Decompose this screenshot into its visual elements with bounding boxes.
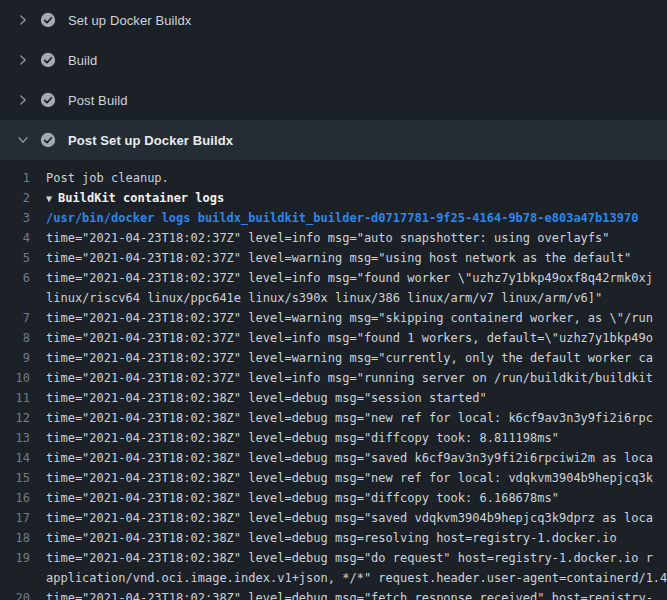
- line-number[interactable]: 15: [0, 471, 46, 485]
- workflow-log-viewer: Set up Docker Buildx Build Post Build Po…: [0, 0, 667, 600]
- log-text: time="2021-04-23T18:02:38Z" level=debug …: [46, 411, 667, 425]
- line-number[interactable]: 6: [0, 271, 46, 285]
- log-line: 19 time="2021-04-23T18:02:38Z" level=deb…: [0, 548, 667, 568]
- line-number[interactable]: 4: [0, 231, 46, 245]
- step-title: Post Set up Docker Buildx: [68, 133, 233, 148]
- log-text: time="2021-04-23T18:02:37Z" level=warnin…: [46, 311, 667, 325]
- line-number[interactable]: 1: [0, 171, 46, 185]
- log-text: time="2021-04-23T18:02:38Z" level=debug …: [46, 451, 667, 465]
- step-header[interactable]: Post Build: [0, 80, 667, 120]
- log-text: time="2021-04-23T18:02:37Z" level=info m…: [46, 371, 667, 385]
- log-line: 4 time="2021-04-23T18:02:37Z" level=info…: [0, 228, 667, 248]
- log-text: time="2021-04-23T18:02:38Z" level=debug …: [46, 591, 667, 600]
- log-line: application/vnd.oci.image.index.v1+json,…: [0, 568, 667, 588]
- check-circle-icon: [40, 132, 56, 148]
- step-header[interactable]: Post Set up Docker Buildx: [0, 120, 667, 160]
- step-header[interactable]: Set up Docker Buildx: [0, 0, 667, 40]
- line-number[interactable]: 18: [0, 531, 46, 545]
- line-number[interactable]: 8: [0, 331, 46, 345]
- step-title: Set up Docker Buildx: [68, 13, 191, 28]
- log-line: 11 time="2021-04-23T18:02:38Z" level=deb…: [0, 388, 667, 408]
- line-number[interactable]: 13: [0, 431, 46, 445]
- log-line: 3 /usr/bin/docker logs buildx_buildkit_b…: [0, 208, 667, 228]
- log-text: time="2021-04-23T18:02:38Z" level=debug …: [46, 491, 667, 505]
- log-line: 16 time="2021-04-23T18:02:38Z" level=deb…: [0, 488, 667, 508]
- log-line: 2 ▼ BuildKit container logs: [0, 188, 667, 208]
- step-title: Build: [68, 53, 97, 68]
- chevron-down-icon[interactable]: [14, 133, 32, 147]
- line-number[interactable]: 12: [0, 411, 46, 425]
- log-text: ▼ BuildKit container logs: [46, 191, 667, 205]
- line-number[interactable]: 16: [0, 491, 46, 505]
- log-line: 15 time="2021-04-23T18:02:38Z" level=deb…: [0, 468, 667, 488]
- log-text: application/vnd.oci.image.index.v1+json,…: [46, 571, 667, 585]
- log-line: 20 time="2021-04-23T18:02:38Z" level=deb…: [0, 588, 667, 600]
- log-line: 13 time="2021-04-23T18:02:38Z" level=deb…: [0, 428, 667, 448]
- log-text: time="2021-04-23T18:02:37Z" level=info m…: [46, 331, 667, 345]
- log-line: 1 Post job cleanup.: [0, 168, 667, 188]
- log-text: linux/riscv64 linux/ppc641e linux/s390x …: [46, 291, 667, 305]
- log-text: time="2021-04-23T18:02:37Z" level=warnin…: [46, 351, 667, 365]
- line-number[interactable]: 20: [0, 591, 46, 600]
- log-text: /usr/bin/docker logs buildx_buildkit_bui…: [46, 211, 667, 225]
- group-title[interactable]: BuildKit container logs: [58, 191, 224, 205]
- log-line: 7 time="2021-04-23T18:02:37Z" level=warn…: [0, 308, 667, 328]
- steps-list: Set up Docker Buildx Build Post Build Po…: [0, 0, 667, 600]
- line-number[interactable]: 5: [0, 251, 46, 265]
- line-number[interactable]: 17: [0, 511, 46, 525]
- line-number[interactable]: 2: [0, 191, 46, 205]
- log-line: 14 time="2021-04-23T18:02:38Z" level=deb…: [0, 448, 667, 468]
- log-text: time="2021-04-23T18:02:37Z" level=info m…: [46, 231, 667, 245]
- check-circle-icon: [40, 52, 56, 68]
- log-line: 5 time="2021-04-23T18:02:37Z" level=warn…: [0, 248, 667, 268]
- step-title: Post Build: [68, 93, 128, 108]
- line-number[interactable]: 11: [0, 391, 46, 405]
- log-line: linux/riscv64 linux/ppc641e linux/s390x …: [0, 288, 667, 308]
- log-text: time="2021-04-23T18:02:38Z" level=debug …: [46, 531, 667, 545]
- chevron-right-icon[interactable]: [14, 13, 32, 27]
- log-line: 6 time="2021-04-23T18:02:37Z" level=info…: [0, 268, 667, 288]
- log-text: time="2021-04-23T18:02:37Z" level=warnin…: [46, 251, 667, 265]
- chevron-right-icon[interactable]: [14, 93, 32, 107]
- line-number[interactable]: 14: [0, 451, 46, 465]
- log-line: 18 time="2021-04-23T18:02:38Z" level=deb…: [0, 528, 667, 548]
- triangle-down-icon[interactable]: ▼: [46, 193, 58, 204]
- check-circle-icon: [40, 92, 56, 108]
- log-lines: 1 Post job cleanup. 2 ▼ BuildKit contain…: [0, 160, 667, 600]
- line-number[interactable]: 10: [0, 371, 46, 385]
- log-line: 12 time="2021-04-23T18:02:38Z" level=deb…: [0, 408, 667, 428]
- line-number[interactable]: 7: [0, 311, 46, 325]
- log-text: time="2021-04-23T18:02:38Z" level=debug …: [46, 471, 667, 485]
- log-text: time="2021-04-23T18:02:38Z" level=debug …: [46, 551, 667, 565]
- log-text: time="2021-04-23T18:02:38Z" level=debug …: [46, 511, 667, 525]
- log-line: 10 time="2021-04-23T18:02:37Z" level=inf…: [0, 368, 667, 388]
- step-header[interactable]: Build: [0, 40, 667, 80]
- log-text: time="2021-04-23T18:02:38Z" level=debug …: [46, 391, 667, 405]
- log-line: 17 time="2021-04-23T18:02:38Z" level=deb…: [0, 508, 667, 528]
- chevron-right-icon[interactable]: [14, 53, 32, 67]
- line-number[interactable]: 19: [0, 551, 46, 565]
- check-circle-icon: [40, 12, 56, 28]
- log-line: 8 time="2021-04-23T18:02:37Z" level=info…: [0, 328, 667, 348]
- log-text: time="2021-04-23T18:02:37Z" level=info m…: [46, 271, 667, 285]
- line-number[interactable]: 9: [0, 351, 46, 365]
- line-number[interactable]: 3: [0, 211, 46, 225]
- log-text: time="2021-04-23T18:02:38Z" level=debug …: [46, 431, 667, 445]
- log-line: 9 time="2021-04-23T18:02:37Z" level=warn…: [0, 348, 667, 368]
- log-text: Post job cleanup.: [46, 171, 667, 185]
